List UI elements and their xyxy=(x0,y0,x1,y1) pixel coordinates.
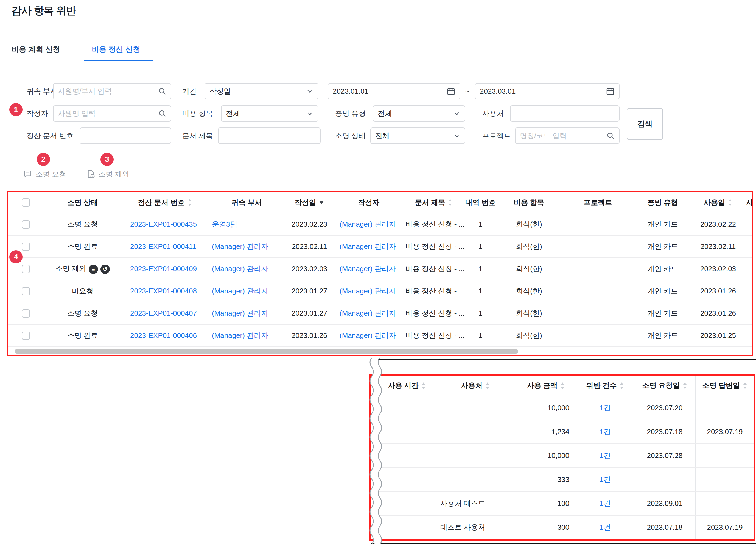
author-search-input[interactable]: 사원명 입력 xyxy=(53,105,171,122)
sort-icon[interactable] xyxy=(485,382,490,390)
chat-bubble-icon xyxy=(23,169,32,179)
search-button[interactable]: 검색 xyxy=(627,108,663,140)
doc-no-link[interactable]: 2023-EXP01-000407 xyxy=(130,309,197,317)
sort-icon[interactable] xyxy=(560,382,565,390)
violation-count-link[interactable]: 1건 xyxy=(600,428,611,436)
calendar-icon[interactable] xyxy=(606,87,615,96)
cell-evidence: 개인 카드 xyxy=(635,302,690,325)
cell-answer-date: 2023.07.19 xyxy=(695,420,754,444)
cell-violations: 1건 xyxy=(576,515,634,539)
sort-desc-icon[interactable] xyxy=(319,200,324,205)
header-request-date[interactable]: 소명 요청일 xyxy=(634,376,695,396)
cell-created: 2023.02.11 xyxy=(285,235,334,258)
search-icon[interactable] xyxy=(158,87,166,95)
violation-count-link[interactable]: 1건 xyxy=(600,451,611,460)
header-amount[interactable]: 사용 금액 xyxy=(516,376,576,396)
sort-icon[interactable] xyxy=(448,199,453,206)
detail-row: 테스트 사용처 300 1건 2023.07.18 2023.07.19 xyxy=(379,515,754,539)
dept-link[interactable]: (Manager) 관리자 xyxy=(212,331,268,340)
doc-no-link[interactable]: 2023-EXP01-000409 xyxy=(130,264,197,273)
doc-no-link[interactable]: 2023-EXP01-000411 xyxy=(130,242,196,250)
dept-search-input[interactable]: 사원명/부서 입력 xyxy=(53,83,171,99)
author-link[interactable]: (Manager) 관리자 xyxy=(340,287,396,295)
period-type-select[interactable]: 작성일 xyxy=(205,83,318,99)
doc-no-input[interactable] xyxy=(80,127,171,144)
vendor-input[interactable] xyxy=(510,105,620,122)
status-select[interactable]: 전체 xyxy=(370,127,465,144)
header-vendor[interactable]: 사용처 xyxy=(435,376,516,396)
cell-violations: 1건 xyxy=(576,468,634,492)
evidence-type-select[interactable]: 전체 xyxy=(373,105,465,122)
violation-count-link[interactable]: 1건 xyxy=(600,475,611,484)
sort-icon[interactable] xyxy=(421,382,426,390)
header-partial: 사 xyxy=(746,192,752,213)
header-title[interactable]: 문서 제목 xyxy=(404,192,464,213)
dept-link[interactable]: (Manager) 관리자 xyxy=(212,242,268,250)
author-link[interactable]: (Manager) 관리자 xyxy=(340,220,396,228)
search-icon[interactable] xyxy=(606,132,615,140)
dept-link[interactable]: 운영3팀 xyxy=(212,220,237,228)
cell-evidence: 개인 카드 xyxy=(635,325,690,347)
header-created[interactable]: 작성일 xyxy=(285,192,334,213)
cell-vendor xyxy=(435,468,516,492)
calendar-icon[interactable] xyxy=(447,87,455,96)
header-use-date[interactable]: 사용일 xyxy=(690,192,746,213)
doc-no-link[interactable]: 2023-EXP01-000406 xyxy=(130,331,197,340)
detail-row: 사용처 테스트 100 1건 2023.09.01 xyxy=(379,492,754,515)
row-checkbox[interactable] xyxy=(22,287,30,296)
sort-icon[interactable] xyxy=(682,382,687,390)
violation-table: 소명 상태 정산 문서 번호 귀속 부서 작성일 작성자 문서 제목 내역 번호… xyxy=(8,192,752,347)
doc-title-input[interactable] xyxy=(218,127,321,144)
author-link[interactable]: (Manager) 관리자 xyxy=(340,309,396,317)
torn-edge-decoration xyxy=(366,358,385,544)
date-to-input[interactable]: 2023.03.01 xyxy=(475,83,620,99)
doc-no-link[interactable]: 2023-EXP01-000435 xyxy=(130,220,197,228)
memo-badge-icon[interactable]: ≡ xyxy=(89,264,98,274)
violation-count-link[interactable]: 1건 xyxy=(600,523,611,531)
project-search-input[interactable]: 명칭/코드 입력 xyxy=(515,127,620,144)
expense-item-select[interactable]: 전체 xyxy=(221,105,318,122)
undo-badge-icon[interactable]: ↺ xyxy=(100,264,110,274)
sort-icon[interactable] xyxy=(743,382,747,390)
cell-line-no: 1 xyxy=(464,325,497,347)
select-all-checkbox[interactable] xyxy=(22,198,30,206)
doc-no-link[interactable]: 2023-EXP01-000408 xyxy=(130,287,197,295)
violation-count-link[interactable]: 1건 xyxy=(600,404,611,412)
header-violations[interactable]: 위반 건수 xyxy=(576,376,634,396)
cell-expense-item: 회식(한) xyxy=(497,302,561,325)
author-link[interactable]: (Manager) 관리자 xyxy=(340,331,396,340)
cell-use-date: 2023.01.26 xyxy=(690,302,746,325)
header-expense-item: 비용 항목 xyxy=(497,192,561,213)
header-doc-no[interactable]: 정산 문서 번호 xyxy=(122,192,208,213)
violation-count-link[interactable]: 1건 xyxy=(600,499,611,507)
search-icon[interactable] xyxy=(158,109,166,118)
exclude-explanation-button[interactable]: 소명 제외 xyxy=(86,168,129,180)
cell-status: 소명 요청 xyxy=(43,302,122,325)
row-checkbox[interactable] xyxy=(22,220,30,228)
header-answer-date[interactable]: 소명 답변일 xyxy=(695,376,754,396)
cell-violations: 1건 xyxy=(576,420,634,444)
tab-expense-plan[interactable]: 비용 계획 신청 xyxy=(12,44,60,54)
dept-link[interactable]: (Manager) 관리자 xyxy=(212,309,268,317)
cell-violations: 1건 xyxy=(576,396,634,420)
dept-link[interactable]: (Manager) 관리자 xyxy=(212,264,268,273)
cell-use-date: 2023.02.11 xyxy=(690,235,746,258)
tab-expense-settlement[interactable]: 비용 정산 신청 xyxy=(92,44,140,54)
header-use-time[interactable]: 사용 시간 xyxy=(379,376,435,396)
horizontal-scrollbar[interactable] xyxy=(15,349,518,354)
row-checkbox[interactable] xyxy=(22,310,30,318)
sort-icon[interactable] xyxy=(728,199,733,206)
date-from-input[interactable]: 2023.01.01 xyxy=(328,83,460,99)
cell-use-time xyxy=(379,420,435,444)
dept-link[interactable]: (Manager) 관리자 xyxy=(212,287,268,295)
filter-label-evidence-type: 증빙 유형 xyxy=(335,105,366,122)
row-checkbox[interactable] xyxy=(22,242,30,251)
sort-icon[interactable] xyxy=(619,382,624,390)
request-explanation-button[interactable]: 소명 요청 xyxy=(23,168,66,180)
author-link[interactable]: (Manager) 관리자 xyxy=(340,242,396,250)
sort-icon[interactable] xyxy=(187,199,192,206)
row-checkbox[interactable] xyxy=(22,265,30,273)
cell-vendor: 사용처 테스트 xyxy=(435,492,516,515)
row-checkbox[interactable] xyxy=(22,332,30,340)
author-link[interactable]: (Manager) 관리자 xyxy=(340,264,396,273)
